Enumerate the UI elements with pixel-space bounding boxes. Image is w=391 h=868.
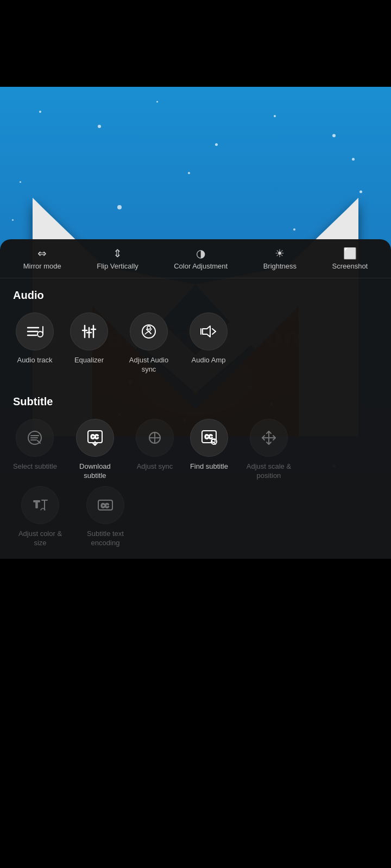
audio-amp-label: Audio Amp <box>192 356 226 365</box>
adjust-audio-sync-icon-circle <box>130 312 168 350</box>
adjust-scale-label: Adjust scale & position <box>242 462 296 481</box>
brightness-icon: ☀ <box>275 247 285 260</box>
subtitle-text-encoding-label: Subtitle text encoding <box>78 529 133 548</box>
subtitle-section: Subtitle Select subtitle <box>0 385 391 559</box>
toolbar-brightness[interactable]: ☀ Brightness <box>263 247 297 270</box>
toolbar-row: ⇔ Mirror mode ⇕ Flip Vertically ◑ Color … <box>0 239 391 278</box>
audio-amp-icon <box>199 322 218 341</box>
audio-track-label: Audio track <box>17 356 52 365</box>
subtitle-text-encoding-icon: CC <box>96 496 115 514</box>
color-icon: ◑ <box>196 247 205 260</box>
equalizer-item[interactable]: Equalizer <box>67 312 111 365</box>
adjust-sync-item[interactable]: Adjust sync <box>133 419 176 471</box>
adjust-color-size-icon: T <box>31 496 49 514</box>
subtitle-row1: Select subtitle CC Download subtitle <box>13 419 378 481</box>
subtitle-text-encoding-item[interactable]: CC Subtitle text encoding <box>78 486 133 548</box>
download-subtitle-label: Download subtitle <box>68 462 122 481</box>
audio-section: Audio Audio track <box>0 278 391 385</box>
download-subtitle-icon: CC <box>86 429 104 447</box>
audio-section-title: Audio <box>13 289 378 302</box>
select-subtitle-icon <box>26 429 44 447</box>
svg-point-34 <box>154 437 156 439</box>
top-black-bar <box>0 0 391 87</box>
mirror-icon: ⇔ <box>37 247 47 260</box>
subtitle-section-title: Subtitle <box>13 395 378 408</box>
adjust-sync-label: Adjust sync <box>137 462 173 471</box>
audio-track-item[interactable]: Audio track <box>13 312 56 365</box>
equalizer-label: Equalizer <box>74 356 104 365</box>
find-subtitle-icon: CC <box>200 429 218 447</box>
toolbar-flip-vertically[interactable]: ⇕ Flip Vertically <box>97 247 138 270</box>
select-subtitle-item[interactable]: Select subtitle <box>13 419 57 471</box>
adjust-color-size-item[interactable]: T Adjust color & size <box>13 486 67 548</box>
flip-icon: ⇕ <box>113 247 122 260</box>
svg-marker-21 <box>203 326 210 337</box>
equalizer-icon <box>80 322 98 341</box>
audio-track-icon <box>26 322 44 341</box>
adjust-scale-item[interactable]: Adjust scale & position <box>242 419 296 481</box>
adjust-audio-sync-label: Adjust Audio sync <box>122 356 176 374</box>
toolbar-color-adjustment[interactable]: ◑ Color Adjustment <box>174 247 228 270</box>
svg-text:CC: CC <box>205 434 212 440</box>
adjust-sync-icon-circle <box>136 419 174 457</box>
svg-line-23 <box>212 331 216 334</box>
subtitle-row2: T Adjust color & size CC <box>13 486 378 548</box>
download-subtitle-icon-circle: CC <box>76 419 114 457</box>
audio-items-row: Audio track Equalizer <box>13 312 378 374</box>
select-subtitle-label: Select subtitle <box>13 462 57 471</box>
find-subtitle-icon-circle: CC <box>190 419 228 457</box>
audio-amp-item[interactable]: Audio Amp <box>187 312 230 365</box>
toolbar-mirror-mode[interactable]: ⇔ Mirror mode <box>23 247 61 270</box>
adjust-audio-sync-item[interactable]: Adjust Audio sync <box>122 312 176 374</box>
video-area: malevidner.com ⇔ Mirror mode ⇕ Flip Vert… <box>0 87 391 559</box>
svg-text:T: T <box>34 499 40 510</box>
toolbar-screenshot-label: Screenshot <box>332 262 368 270</box>
subtitle-text-encoding-icon-circle: CC <box>86 486 124 524</box>
adjust-scale-icon-circle <box>250 419 288 457</box>
audio-track-icon-circle <box>16 312 54 350</box>
svg-point-20 <box>147 326 150 329</box>
find-subtitle-item[interactable]: CC Find subtitle <box>187 419 231 471</box>
toolbar-brightness-label: Brightness <box>263 262 297 270</box>
svg-text:CC: CC <box>91 434 98 440</box>
find-subtitle-label: Find subtitle <box>190 462 228 471</box>
svg-text:CC: CC <box>101 503 109 509</box>
toolbar-mirror-label: Mirror mode <box>23 262 61 270</box>
equalizer-icon-circle <box>70 312 108 350</box>
svg-point-11 <box>37 331 43 337</box>
adjust-sync-icon <box>146 429 164 447</box>
toolbar-flip-label: Flip Vertically <box>97 262 138 270</box>
adjust-color-size-icon-circle: T <box>21 486 59 524</box>
adjust-color-size-label: Adjust color & size <box>13 529 67 548</box>
download-subtitle-item[interactable]: CC Download subtitle <box>68 419 122 481</box>
adjust-scale-icon <box>260 429 278 447</box>
adjust-audio-sync-icon <box>140 322 158 341</box>
svg-line-22 <box>212 329 216 331</box>
select-subtitle-icon-circle <box>16 419 54 457</box>
screenshot-icon: ⬜ <box>343 247 357 260</box>
toolbar-screenshot[interactable]: ⬜ Screenshot <box>332 247 368 270</box>
audio-amp-icon-circle <box>190 312 228 350</box>
toolbar-color-label: Color Adjustment <box>174 262 228 270</box>
bottom-panel: ⇔ Mirror mode ⇕ Flip Vertically ◑ Color … <box>0 239 391 559</box>
